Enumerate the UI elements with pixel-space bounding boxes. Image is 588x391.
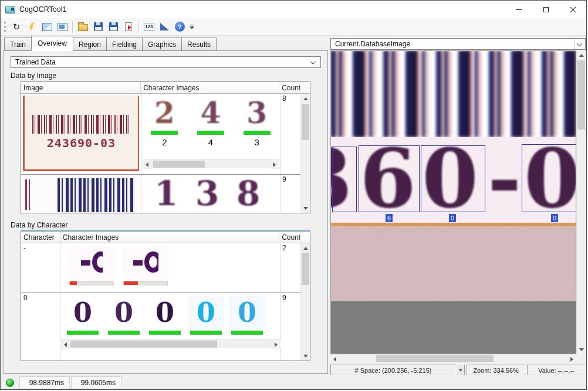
tab-fielding[interactable]: Fielding	[106, 38, 143, 51]
tab-region[interactable]: Region	[73, 38, 107, 51]
display-horizontal-scrollbar[interactable]	[330, 354, 576, 363]
character-tile[interactable]: 2 2	[143, 97, 185, 147]
scroll-down-button[interactable]	[301, 203, 310, 213]
count-value: 8	[281, 94, 301, 103]
tab-graphics[interactable]: Graphics	[142, 38, 182, 51]
toolbar-overflow-button[interactable]	[189, 22, 195, 32]
character-tile-strip: 1 3 8	[141, 175, 280, 213]
character-sample[interactable]: 0	[106, 296, 142, 335]
character-label: 4	[208, 137, 213, 147]
character-glyph: 0	[156, 299, 174, 326]
table-row[interactable]: -	[21, 243, 310, 293]
save-icon[interactable]	[91, 20, 105, 34]
count-value: 9	[281, 293, 301, 302]
scroll-right-button[interactable]	[567, 355, 576, 363]
tab-label: Region	[79, 40, 101, 49]
cell-horizontal-scrollbar[interactable]	[61, 339, 281, 348]
scroll-down-button[interactable]	[301, 351, 310, 361]
empty-gray-region	[330, 301, 576, 354]
character-sample[interactable]: 0	[147, 296, 183, 335]
training-image-thumbnail[interactable]	[21, 175, 141, 213]
character-selection-box[interactable]	[421, 145, 485, 212]
training-image-thumbnail[interactable]: 243690-03	[23, 96, 139, 171]
scroll-up-button[interactable]	[301, 94, 310, 103]
character-selection-box[interactable]	[359, 145, 420, 212]
table-row[interactable]: 0 0 0 0	[21, 293, 310, 361]
character-selection-box[interactable]	[522, 144, 576, 212]
scrollbar-thumb[interactable]	[302, 253, 309, 285]
dropdown-button[interactable]	[575, 39, 585, 49]
character-sample[interactable]: 0	[65, 296, 101, 335]
table-row[interactable]: 243690-03 2 2 4	[21, 94, 310, 175]
character-selection-box[interactable]	[332, 147, 357, 212]
segmentation-icon[interactable]	[157, 20, 171, 34]
tab-train[interactable]: Train	[4, 38, 32, 51]
column-header-count[interactable]: Count	[279, 82, 300, 93]
character-sample[interactable]	[123, 247, 168, 285]
table-vertical-scrollbar[interactable]	[300, 243, 310, 361]
column-header-character-images[interactable]: Character Images	[141, 82, 279, 93]
display-image-dropdown[interactable]: Current.DatabaseImage	[330, 38, 586, 50]
minimize-button[interactable]	[505, 1, 532, 18]
character-tile-strip: 0 0 0 0	[60, 293, 280, 335]
character-glyph: 4	[201, 97, 221, 129]
image-display[interactable]: 3 6 0 - 0 6 0 0	[330, 50, 576, 354]
character-tile[interactable]: 3 3	[236, 97, 278, 147]
trained-data-dropdown[interactable]: Trained Data	[11, 56, 321, 68]
toolbar-grip[interactable]	[4, 22, 6, 32]
open-file-icon[interactable]	[76, 20, 90, 34]
column-header-character-images[interactable]: Character Images	[60, 232, 279, 243]
scroll-left-button[interactable]	[61, 340, 70, 349]
save-image-icon[interactable]	[106, 20, 120, 34]
scroll-up-button[interactable]	[577, 50, 586, 60]
run-once-icon[interactable]	[25, 20, 39, 34]
cell-horizontal-scrollbar[interactable]	[143, 159, 279, 168]
tab-overview[interactable]: Overview	[31, 36, 73, 51]
toolbar-separator	[138, 21, 139, 33]
character-glyph: 0	[238, 299, 256, 326]
scroll-left-button[interactable]	[330, 355, 339, 363]
scrollbar-thumb[interactable]	[302, 104, 309, 140]
scroll-right-button[interactable]	[272, 340, 281, 349]
count-cell: 8	[281, 94, 302, 174]
scrollbar-thumb[interactable]	[577, 60, 585, 130]
character-tile[interactable]: 4 4	[190, 97, 232, 147]
score-bar	[69, 281, 114, 285]
scrollbar-thumb[interactable]	[70, 341, 217, 348]
trained-underline-bar	[244, 131, 271, 135]
help-button[interactable]: ?	[173, 20, 187, 34]
show-current-image-icon[interactable]	[40, 20, 54, 34]
character-sample[interactable]: 0	[229, 296, 265, 335]
scroll-left-button[interactable]	[143, 160, 151, 169]
tab-label: Overview	[38, 39, 67, 47]
column-header-count[interactable]: Count	[279, 232, 300, 243]
character-sample[interactable]	[69, 247, 114, 285]
scrollbar-thumb[interactable]	[376, 355, 494, 362]
table-vertical-scrollbar[interactable]	[300, 94, 310, 213]
scroll-up-button[interactable]	[301, 243, 310, 253]
character-glyph: 3	[195, 175, 219, 213]
export-icon[interactable]	[121, 20, 136, 34]
close-button[interactable]	[559, 1, 586, 18]
display-vertical-scrollbar[interactable]	[576, 50, 586, 354]
tab-results[interactable]: Results	[181, 38, 217, 51]
arrow-left-icon	[64, 342, 67, 347]
character-sample[interactable]: 0	[188, 296, 224, 335]
tab-label: Fielding	[112, 40, 137, 49]
maximize-button[interactable]	[532, 1, 559, 18]
column-header-image[interactable]: Image	[21, 82, 141, 93]
character-tile-strip	[60, 243, 280, 285]
character-glyph: 0	[197, 299, 215, 326]
header-spacer	[300, 82, 310, 93]
run-tool-icon[interactable]: ↻	[9, 20, 23, 34]
column-header-character[interactable]: Character	[21, 232, 60, 243]
barcode-bar	[29, 179, 30, 210]
tab-label: Graphics	[148, 40, 176, 49]
scrollbar-thumb[interactable]	[153, 161, 205, 168]
character-tile-strip: 2 2 4 4 3	[141, 94, 280, 147]
font-training-button[interactable]: 123	[142, 20, 156, 34]
scroll-down-button[interactable]	[577, 345, 586, 354]
scroll-right-button[interactable]	[270, 160, 279, 169]
table-row[interactable]: 1 3 8 9	[21, 175, 310, 213]
show-lastrun-image-icon[interactable]	[55, 20, 69, 34]
